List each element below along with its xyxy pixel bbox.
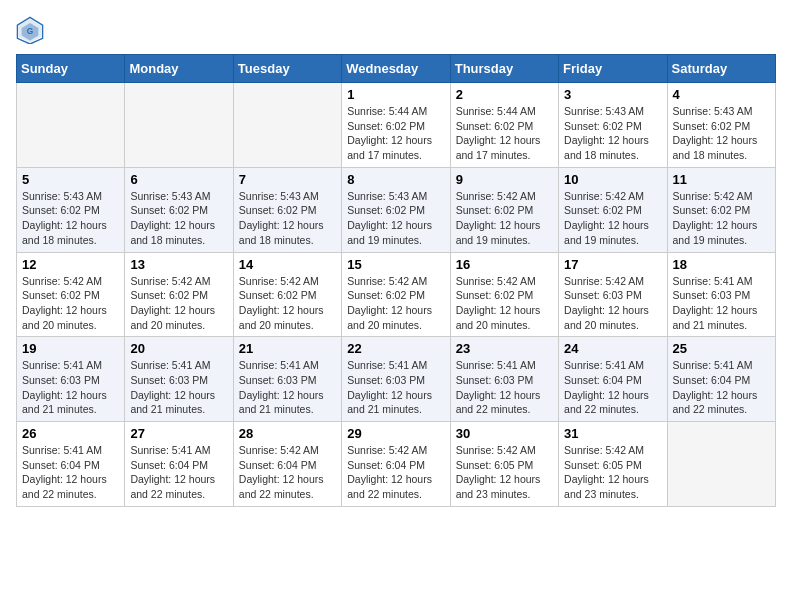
- day-info: Sunrise: 5:41 AMSunset: 6:04 PMDaylight:…: [673, 358, 770, 417]
- day-info: Sunrise: 5:42 AMSunset: 6:02 PMDaylight:…: [456, 189, 553, 248]
- table-row: 23Sunrise: 5:41 AMSunset: 6:03 PMDayligh…: [450, 337, 558, 422]
- table-row: 18Sunrise: 5:41 AMSunset: 6:03 PMDayligh…: [667, 252, 775, 337]
- day-number: 30: [456, 426, 553, 441]
- table-row: 28Sunrise: 5:42 AMSunset: 6:04 PMDayligh…: [233, 422, 341, 507]
- day-info: Sunrise: 5:42 AMSunset: 6:02 PMDaylight:…: [456, 274, 553, 333]
- logo-icon: G: [16, 16, 44, 44]
- day-number: 13: [130, 257, 227, 272]
- day-info: Sunrise: 5:41 AMSunset: 6:03 PMDaylight:…: [239, 358, 336, 417]
- day-number: 21: [239, 341, 336, 356]
- table-row: 15Sunrise: 5:42 AMSunset: 6:02 PMDayligh…: [342, 252, 450, 337]
- day-number: 22: [347, 341, 444, 356]
- day-info: Sunrise: 5:44 AMSunset: 6:02 PMDaylight:…: [456, 104, 553, 163]
- table-row: 16Sunrise: 5:42 AMSunset: 6:02 PMDayligh…: [450, 252, 558, 337]
- day-info: Sunrise: 5:41 AMSunset: 6:03 PMDaylight:…: [22, 358, 119, 417]
- day-number: 20: [130, 341, 227, 356]
- day-number: 26: [22, 426, 119, 441]
- calendar-week-row: 12Sunrise: 5:42 AMSunset: 6:02 PMDayligh…: [17, 252, 776, 337]
- day-number: 16: [456, 257, 553, 272]
- table-row: 22Sunrise: 5:41 AMSunset: 6:03 PMDayligh…: [342, 337, 450, 422]
- table-row: 4Sunrise: 5:43 AMSunset: 6:02 PMDaylight…: [667, 83, 775, 168]
- day-info: Sunrise: 5:42 AMSunset: 6:03 PMDaylight:…: [564, 274, 661, 333]
- calendar-week-row: 5Sunrise: 5:43 AMSunset: 6:02 PMDaylight…: [17, 167, 776, 252]
- day-info: Sunrise: 5:44 AMSunset: 6:02 PMDaylight:…: [347, 104, 444, 163]
- day-number: 24: [564, 341, 661, 356]
- table-row: 25Sunrise: 5:41 AMSunset: 6:04 PMDayligh…: [667, 337, 775, 422]
- table-row: 5Sunrise: 5:43 AMSunset: 6:02 PMDaylight…: [17, 167, 125, 252]
- table-row: 7Sunrise: 5:43 AMSunset: 6:02 PMDaylight…: [233, 167, 341, 252]
- day-info: Sunrise: 5:42 AMSunset: 6:02 PMDaylight:…: [22, 274, 119, 333]
- day-number: 8: [347, 172, 444, 187]
- day-number: 2: [456, 87, 553, 102]
- table-row: 19Sunrise: 5:41 AMSunset: 6:03 PMDayligh…: [17, 337, 125, 422]
- weekday-header-sunday: Sunday: [17, 55, 125, 83]
- table-row: 29Sunrise: 5:42 AMSunset: 6:04 PMDayligh…: [342, 422, 450, 507]
- day-number: 27: [130, 426, 227, 441]
- table-row: 3Sunrise: 5:43 AMSunset: 6:02 PMDaylight…: [559, 83, 667, 168]
- table-row: 27Sunrise: 5:41 AMSunset: 6:04 PMDayligh…: [125, 422, 233, 507]
- table-row: 13Sunrise: 5:42 AMSunset: 6:02 PMDayligh…: [125, 252, 233, 337]
- day-info: Sunrise: 5:42 AMSunset: 6:04 PMDaylight:…: [347, 443, 444, 502]
- weekday-header-saturday: Saturday: [667, 55, 775, 83]
- day-info: Sunrise: 5:41 AMSunset: 6:04 PMDaylight:…: [564, 358, 661, 417]
- day-number: 28: [239, 426, 336, 441]
- header: G: [16, 16, 776, 44]
- logo: G: [16, 16, 48, 44]
- day-number: 18: [673, 257, 770, 272]
- day-info: Sunrise: 5:43 AMSunset: 6:02 PMDaylight:…: [673, 104, 770, 163]
- day-number: 4: [673, 87, 770, 102]
- table-row: 17Sunrise: 5:42 AMSunset: 6:03 PMDayligh…: [559, 252, 667, 337]
- table-row: 21Sunrise: 5:41 AMSunset: 6:03 PMDayligh…: [233, 337, 341, 422]
- day-info: Sunrise: 5:42 AMSunset: 6:02 PMDaylight:…: [347, 274, 444, 333]
- table-row: [17, 83, 125, 168]
- weekday-header-thursday: Thursday: [450, 55, 558, 83]
- day-info: Sunrise: 5:42 AMSunset: 6:02 PMDaylight:…: [130, 274, 227, 333]
- table-row: 9Sunrise: 5:42 AMSunset: 6:02 PMDaylight…: [450, 167, 558, 252]
- table-row: 6Sunrise: 5:43 AMSunset: 6:02 PMDaylight…: [125, 167, 233, 252]
- day-info: Sunrise: 5:43 AMSunset: 6:02 PMDaylight:…: [130, 189, 227, 248]
- day-number: 1: [347, 87, 444, 102]
- table-row: 30Sunrise: 5:42 AMSunset: 6:05 PMDayligh…: [450, 422, 558, 507]
- weekday-header-wednesday: Wednesday: [342, 55, 450, 83]
- table-row: 2Sunrise: 5:44 AMSunset: 6:02 PMDaylight…: [450, 83, 558, 168]
- weekday-header-monday: Monday: [125, 55, 233, 83]
- day-number: 19: [22, 341, 119, 356]
- table-row: 14Sunrise: 5:42 AMSunset: 6:02 PMDayligh…: [233, 252, 341, 337]
- svg-text:G: G: [27, 26, 34, 36]
- day-number: 29: [347, 426, 444, 441]
- day-number: 7: [239, 172, 336, 187]
- day-info: Sunrise: 5:43 AMSunset: 6:02 PMDaylight:…: [22, 189, 119, 248]
- day-number: 25: [673, 341, 770, 356]
- calendar-header-row: SundayMondayTuesdayWednesdayThursdayFrid…: [17, 55, 776, 83]
- day-number: 10: [564, 172, 661, 187]
- day-number: 6: [130, 172, 227, 187]
- calendar-week-row: 1Sunrise: 5:44 AMSunset: 6:02 PMDaylight…: [17, 83, 776, 168]
- day-number: 12: [22, 257, 119, 272]
- table-row: 1Sunrise: 5:44 AMSunset: 6:02 PMDaylight…: [342, 83, 450, 168]
- day-number: 31: [564, 426, 661, 441]
- day-number: 3: [564, 87, 661, 102]
- calendar-table: SundayMondayTuesdayWednesdayThursdayFrid…: [16, 54, 776, 507]
- day-number: 17: [564, 257, 661, 272]
- day-info: Sunrise: 5:43 AMSunset: 6:02 PMDaylight:…: [347, 189, 444, 248]
- day-info: Sunrise: 5:42 AMSunset: 6:05 PMDaylight:…: [564, 443, 661, 502]
- day-number: 5: [22, 172, 119, 187]
- day-number: 23: [456, 341, 553, 356]
- day-info: Sunrise: 5:41 AMSunset: 6:03 PMDaylight:…: [456, 358, 553, 417]
- table-row: 11Sunrise: 5:42 AMSunset: 6:02 PMDayligh…: [667, 167, 775, 252]
- day-info: Sunrise: 5:41 AMSunset: 6:03 PMDaylight:…: [673, 274, 770, 333]
- table-row: 10Sunrise: 5:42 AMSunset: 6:02 PMDayligh…: [559, 167, 667, 252]
- table-row: 20Sunrise: 5:41 AMSunset: 6:03 PMDayligh…: [125, 337, 233, 422]
- day-info: Sunrise: 5:43 AMSunset: 6:02 PMDaylight:…: [239, 189, 336, 248]
- day-info: Sunrise: 5:42 AMSunset: 6:02 PMDaylight:…: [239, 274, 336, 333]
- day-info: Sunrise: 5:41 AMSunset: 6:04 PMDaylight:…: [22, 443, 119, 502]
- day-number: 14: [239, 257, 336, 272]
- calendar-week-row: 26Sunrise: 5:41 AMSunset: 6:04 PMDayligh…: [17, 422, 776, 507]
- calendar-week-row: 19Sunrise: 5:41 AMSunset: 6:03 PMDayligh…: [17, 337, 776, 422]
- day-info: Sunrise: 5:42 AMSunset: 6:02 PMDaylight:…: [673, 189, 770, 248]
- day-info: Sunrise: 5:43 AMSunset: 6:02 PMDaylight:…: [564, 104, 661, 163]
- day-number: 11: [673, 172, 770, 187]
- table-row: 31Sunrise: 5:42 AMSunset: 6:05 PMDayligh…: [559, 422, 667, 507]
- table-row: 8Sunrise: 5:43 AMSunset: 6:02 PMDaylight…: [342, 167, 450, 252]
- day-number: 15: [347, 257, 444, 272]
